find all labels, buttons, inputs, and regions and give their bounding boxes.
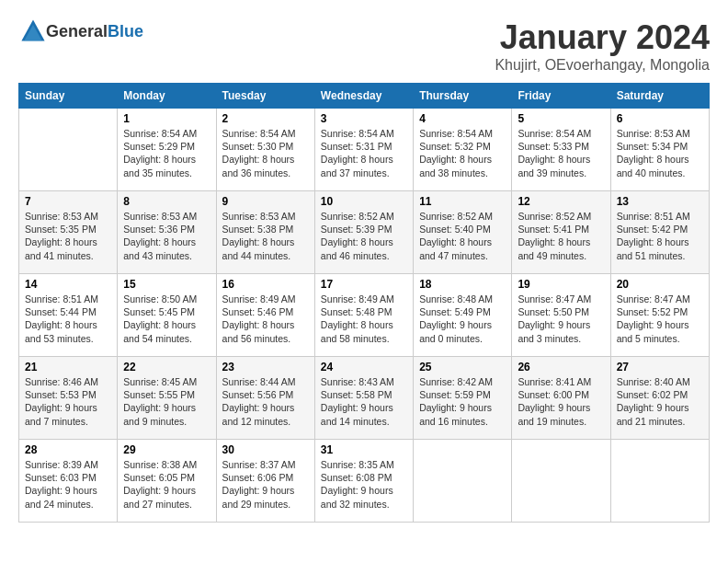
day-cell: 16Sunrise: 8:49 AM Sunset: 5:46 PM Dayli… bbox=[216, 274, 314, 357]
day-number: 17 bbox=[321, 278, 407, 291]
day-content: Sunrise: 8:40 AM Sunset: 6:02 PM Dayligh… bbox=[617, 375, 703, 428]
month-title: January 2024 bbox=[495, 18, 710, 57]
day-content: Sunrise: 8:39 AM Sunset: 6:03 PM Dayligh… bbox=[25, 458, 111, 511]
day-content: Sunrise: 8:54 AM Sunset: 5:32 PM Dayligh… bbox=[419, 127, 506, 179]
day-number: 4 bbox=[419, 112, 506, 125]
day-number: 11 bbox=[419, 195, 506, 208]
day-cell: 27Sunrise: 8:40 AM Sunset: 6:02 PM Dayli… bbox=[610, 357, 709, 440]
day-number: 1 bbox=[123, 112, 210, 125]
day-number: 21 bbox=[25, 361, 111, 373]
day-cell: 4Sunrise: 8:54 AM Sunset: 5:32 PM Daylig… bbox=[414, 109, 512, 191]
day-content: Sunrise: 8:42 AM Sunset: 5:59 PM Dayligh… bbox=[419, 375, 506, 428]
day-content: Sunrise: 8:46 AM Sunset: 5:53 PM Dayligh… bbox=[25, 375, 111, 428]
day-content: Sunrise: 8:47 AM Sunset: 5:50 PM Dayligh… bbox=[518, 293, 604, 345]
day-content: Sunrise: 8:37 AM Sunset: 6:06 PM Dayligh… bbox=[222, 458, 309, 511]
day-content: Sunrise: 8:54 AM Sunset: 5:29 PM Dayligh… bbox=[123, 127, 210, 179]
day-content: Sunrise: 8:44 AM Sunset: 5:56 PM Dayligh… bbox=[222, 375, 309, 428]
day-cell: 3Sunrise: 8:54 AM Sunset: 5:31 PM Daylig… bbox=[314, 109, 413, 191]
header-cell-saturday: Saturday bbox=[610, 84, 709, 109]
week-row-1: 1Sunrise: 8:54 AM Sunset: 5:29 PM Daylig… bbox=[19, 109, 710, 191]
day-number: 19 bbox=[518, 278, 604, 291]
day-cell bbox=[610, 440, 709, 523]
day-number: 13 bbox=[617, 195, 703, 208]
day-content: Sunrise: 8:47 AM Sunset: 5:52 PM Dayligh… bbox=[617, 293, 703, 345]
day-number: 20 bbox=[617, 278, 703, 291]
day-cell: 28Sunrise: 8:39 AM Sunset: 6:03 PM Dayli… bbox=[19, 440, 118, 523]
day-cell: 12Sunrise: 8:52 AM Sunset: 5:41 PM Dayli… bbox=[512, 191, 610, 274]
day-cell: 19Sunrise: 8:47 AM Sunset: 5:50 PM Dayli… bbox=[512, 274, 610, 357]
day-cell: 7Sunrise: 8:53 AM Sunset: 5:35 PM Daylig… bbox=[19, 191, 118, 274]
header-cell-wednesday: Wednesday bbox=[314, 84, 413, 109]
day-content: Sunrise: 8:49 AM Sunset: 5:46 PM Dayligh… bbox=[222, 293, 309, 345]
day-cell: 23Sunrise: 8:44 AM Sunset: 5:56 PM Dayli… bbox=[216, 357, 314, 440]
day-number: 9 bbox=[222, 195, 309, 208]
day-number: 25 bbox=[419, 361, 506, 373]
week-row-4: 21Sunrise: 8:46 AM Sunset: 5:53 PM Dayli… bbox=[19, 357, 710, 440]
day-content: Sunrise: 8:53 AM Sunset: 5:34 PM Dayligh… bbox=[617, 127, 703, 179]
day-cell: 29Sunrise: 8:38 AM Sunset: 6:05 PM Dayli… bbox=[118, 440, 216, 523]
day-content: Sunrise: 8:45 AM Sunset: 5:55 PM Dayligh… bbox=[123, 375, 210, 428]
day-number: 30 bbox=[222, 443, 309, 456]
day-number: 28 bbox=[25, 443, 111, 456]
header-cell-tuesday: Tuesday bbox=[216, 84, 314, 109]
header: GeneralBlue January 2024 Khujirt, OEvoer… bbox=[18, 18, 710, 74]
day-number: 29 bbox=[123, 443, 210, 456]
day-content: Sunrise: 8:54 AM Sunset: 5:31 PM Dayligh… bbox=[321, 127, 407, 179]
day-number: 22 bbox=[123, 361, 210, 373]
day-cell: 31Sunrise: 8:35 AM Sunset: 6:08 PM Dayli… bbox=[314, 440, 413, 523]
title-area: January 2024 Khujirt, OEvoerhangay, Mong… bbox=[495, 18, 710, 74]
day-cell: 11Sunrise: 8:52 AM Sunset: 5:40 PM Dayli… bbox=[414, 191, 512, 274]
day-number: 24 bbox=[321, 361, 407, 373]
week-row-5: 28Sunrise: 8:39 AM Sunset: 6:03 PM Dayli… bbox=[19, 440, 710, 523]
logo-icon bbox=[20, 18, 46, 44]
day-number: 5 bbox=[518, 112, 604, 125]
day-cell: 22Sunrise: 8:45 AM Sunset: 5:55 PM Dayli… bbox=[118, 357, 216, 440]
day-content: Sunrise: 8:41 AM Sunset: 6:00 PM Dayligh… bbox=[518, 375, 604, 428]
day-cell bbox=[19, 109, 118, 191]
day-cell: 17Sunrise: 8:49 AM Sunset: 5:48 PM Dayli… bbox=[314, 274, 413, 357]
day-content: Sunrise: 8:51 AM Sunset: 5:42 PM Dayligh… bbox=[617, 210, 703, 262]
day-cell: 1Sunrise: 8:54 AM Sunset: 5:29 PM Daylig… bbox=[118, 109, 216, 191]
day-number: 31 bbox=[321, 443, 407, 456]
day-content: Sunrise: 8:53 AM Sunset: 5:36 PM Dayligh… bbox=[123, 210, 210, 262]
day-number: 3 bbox=[321, 112, 407, 125]
day-number: 6 bbox=[617, 112, 703, 125]
day-number: 15 bbox=[123, 278, 210, 291]
day-content: Sunrise: 8:48 AM Sunset: 5:49 PM Dayligh… bbox=[419, 293, 506, 345]
day-content: Sunrise: 8:38 AM Sunset: 6:05 PM Dayligh… bbox=[123, 458, 210, 511]
day-cell: 25Sunrise: 8:42 AM Sunset: 5:59 PM Dayli… bbox=[414, 357, 512, 440]
day-cell: 13Sunrise: 8:51 AM Sunset: 5:42 PM Dayli… bbox=[610, 191, 709, 274]
day-cell: 24Sunrise: 8:43 AM Sunset: 5:58 PM Dayli… bbox=[314, 357, 413, 440]
day-cell: 21Sunrise: 8:46 AM Sunset: 5:53 PM Dayli… bbox=[19, 357, 118, 440]
header-row: SundayMondayTuesdayWednesdayThursdayFrid… bbox=[19, 84, 710, 109]
day-content: Sunrise: 8:52 AM Sunset: 5:40 PM Dayligh… bbox=[419, 210, 506, 262]
day-content: Sunrise: 8:51 AM Sunset: 5:44 PM Dayligh… bbox=[25, 293, 111, 345]
day-content: Sunrise: 8:52 AM Sunset: 5:39 PM Dayligh… bbox=[321, 210, 407, 262]
day-cell: 20Sunrise: 8:47 AM Sunset: 5:52 PM Dayli… bbox=[610, 274, 709, 357]
day-cell: 5Sunrise: 8:54 AM Sunset: 5:33 PM Daylig… bbox=[512, 109, 610, 191]
logo-blue: Blue bbox=[108, 22, 143, 40]
day-number: 14 bbox=[25, 278, 111, 291]
day-number: 18 bbox=[419, 278, 506, 291]
logo: GeneralBlue bbox=[18, 18, 143, 44]
day-cell: 30Sunrise: 8:37 AM Sunset: 6:06 PM Dayli… bbox=[216, 440, 314, 523]
day-number: 16 bbox=[222, 278, 309, 291]
day-content: Sunrise: 8:35 AM Sunset: 6:08 PM Dayligh… bbox=[321, 458, 407, 511]
day-cell: 6Sunrise: 8:53 AM Sunset: 5:34 PM Daylig… bbox=[610, 109, 709, 191]
day-content: Sunrise: 8:54 AM Sunset: 5:33 PM Dayligh… bbox=[518, 127, 604, 179]
day-content: Sunrise: 8:49 AM Sunset: 5:48 PM Dayligh… bbox=[321, 293, 407, 345]
day-number: 10 bbox=[321, 195, 407, 208]
day-number: 8 bbox=[123, 195, 210, 208]
day-number: 27 bbox=[617, 361, 703, 373]
logo-general: General bbox=[46, 22, 108, 40]
day-cell bbox=[414, 440, 512, 523]
day-content: Sunrise: 8:52 AM Sunset: 5:41 PM Dayligh… bbox=[518, 210, 604, 262]
header-cell-monday: Monday bbox=[118, 84, 216, 109]
day-cell: 10Sunrise: 8:52 AM Sunset: 5:39 PM Dayli… bbox=[314, 191, 413, 274]
day-cell: 14Sunrise: 8:51 AM Sunset: 5:44 PM Dayli… bbox=[19, 274, 118, 357]
day-cell: 2Sunrise: 8:54 AM Sunset: 5:30 PM Daylig… bbox=[216, 109, 314, 191]
location-title: Khujirt, OEvoerhangay, Mongolia bbox=[495, 57, 710, 74]
day-number: 12 bbox=[518, 195, 604, 208]
week-row-2: 7Sunrise: 8:53 AM Sunset: 5:35 PM Daylig… bbox=[19, 191, 710, 274]
day-content: Sunrise: 8:50 AM Sunset: 5:45 PM Dayligh… bbox=[123, 293, 210, 345]
